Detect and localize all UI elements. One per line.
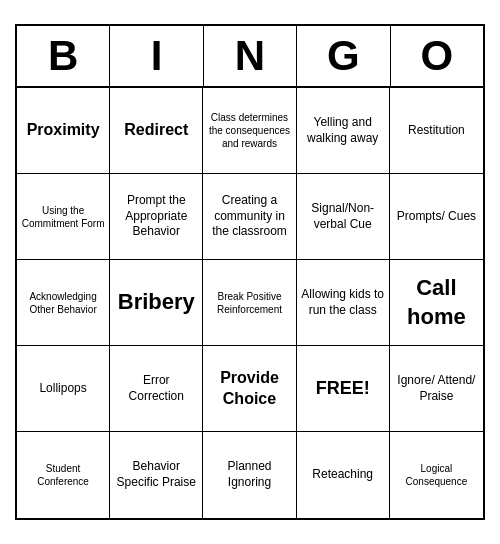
bingo-cell-6: Prompt the Appropriate Behavior [110,174,203,260]
bingo-cell-11: Bribery [110,260,203,346]
bingo-cell-21: Behavior Specific Praise [110,432,203,518]
bingo-cell-13: Allowing kids to run the class [297,260,390,346]
bingo-cell-22: Planned Ignoring [203,432,296,518]
bingo-cell-9: Prompts/ Cues [390,174,483,260]
header-letter-I: I [110,26,203,86]
bingo-cell-7: Creating a community in the classroom [203,174,296,260]
bingo-cell-2: Class determines the consequences and re… [203,88,296,174]
bingo-grid: ProximityRedirectClass determines the co… [17,88,483,518]
bingo-cell-4: Restitution [390,88,483,174]
bingo-cell-16: Error Correction [110,346,203,432]
bingo-cell-0: Proximity [17,88,110,174]
bingo-cell-20: Student Conference [17,432,110,518]
bingo-cell-12: Break Positive Reinforcement [203,260,296,346]
bingo-cell-14: Call home [390,260,483,346]
bingo-card: BINGO ProximityRedirectClass determines … [15,24,485,520]
bingo-cell-23: Reteaching [297,432,390,518]
header-letter-B: B [17,26,110,86]
bingo-cell-24: Logical Consequence [390,432,483,518]
bingo-cell-15: Lollipops [17,346,110,432]
bingo-cell-5: Using the Commitment Form [17,174,110,260]
header-letter-O: O [391,26,483,86]
header-letter-N: N [204,26,297,86]
bingo-header: BINGO [17,26,483,88]
bingo-cell-1: Redirect [110,88,203,174]
bingo-cell-8: Signal/Non-verbal Cue [297,174,390,260]
bingo-cell-19: Ignore/ Attend/ Praise [390,346,483,432]
bingo-cell-18: FREE! [297,346,390,432]
bingo-cell-3: Yelling and walking away [297,88,390,174]
header-letter-G: G [297,26,390,86]
bingo-cell-10: Acknowledging Other Behavior [17,260,110,346]
bingo-cell-17: Provide Choice [203,346,296,432]
